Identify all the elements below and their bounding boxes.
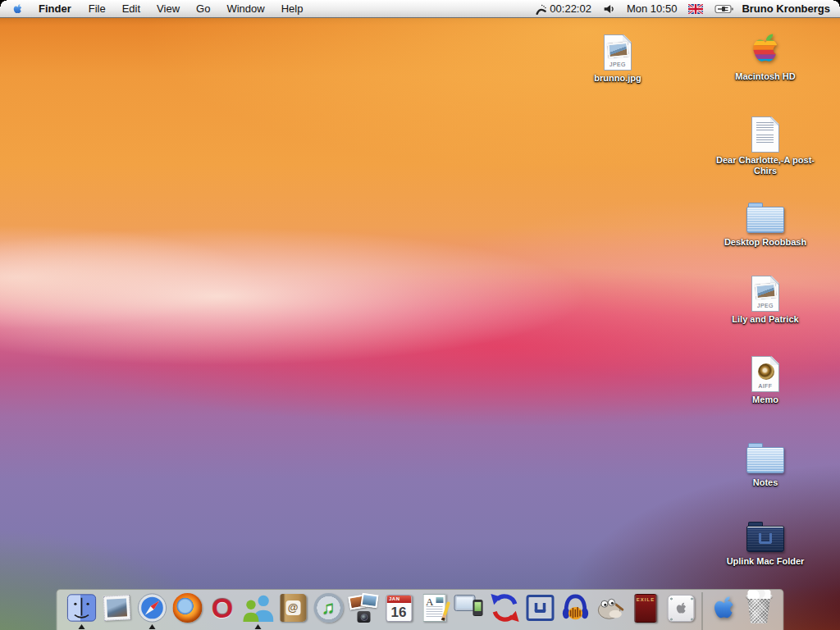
dock-exile-icon[interactable]: EXILE bbox=[628, 591, 664, 630]
icon-label: Memo bbox=[752, 395, 778, 405]
desktop-icon-notes[interactable]: Notes bbox=[715, 434, 815, 488]
dock-trash-icon[interactable] bbox=[742, 591, 777, 630]
ical-month: JAN bbox=[386, 596, 411, 603]
uplink-folder-icon bbox=[746, 526, 784, 552]
folder-icon bbox=[746, 447, 784, 473]
jpeg-file-icon: JPEG bbox=[751, 276, 779, 312]
desktop-icon-desktop-roobbash[interactable]: Desktop Roobbash bbox=[715, 194, 815, 248]
icon-label: Dear Charlotte,-A post-Chirs bbox=[715, 155, 815, 176]
running-indicator bbox=[148, 624, 155, 629]
dock-firefox-icon[interactable] bbox=[170, 591, 205, 630]
menu-edit[interactable]: Edit bbox=[114, 0, 148, 17]
dock-blue-apple-document-icon[interactable] bbox=[706, 591, 742, 630]
dock-separator bbox=[702, 592, 703, 630]
user-menu[interactable]: Bruno Kronbergs bbox=[742, 2, 833, 15]
running-indicator bbox=[254, 624, 261, 629]
icon-label: Lily and Patrick bbox=[732, 314, 798, 325]
battery-menu[interactable] bbox=[710, 3, 738, 15]
phone-icon bbox=[534, 3, 546, 15]
menu-bar: Finder File Edit View Go Window Help 00:… bbox=[0, 0, 840, 18]
folder-icon bbox=[746, 207, 784, 233]
rainbow-apple-icon bbox=[746, 28, 784, 69]
icon-label: brunno.jpg bbox=[594, 73, 641, 84]
volume-icon bbox=[603, 3, 615, 15]
apple-logo-icon bbox=[11, 2, 24, 16]
menu-window[interactable]: Window bbox=[218, 0, 272, 17]
dock-safari-icon[interactable] bbox=[135, 591, 170, 630]
menu-file[interactable]: File bbox=[80, 0, 114, 17]
jpeg-file-icon: JPEG bbox=[604, 34, 632, 71]
text-document-icon bbox=[751, 116, 779, 153]
menu-view[interactable]: View bbox=[148, 0, 188, 17]
clock-menu[interactable]: Mon 10:50 bbox=[623, 0, 681, 17]
dock: O @ ♫ JAN 16 bbox=[57, 589, 784, 630]
dock-gimp-icon[interactable] bbox=[593, 591, 628, 630]
icon-label: Macintosh HD bbox=[735, 71, 795, 82]
desktop-icon-dear-charlotte[interactable]: Dear Charlotte,-A post-Chirs bbox=[715, 112, 815, 176]
dock-iphoto-icon[interactable] bbox=[346, 591, 381, 630]
dock-opera-icon[interactable]: O bbox=[205, 591, 240, 630]
icon-label: Desktop Roobbash bbox=[724, 237, 806, 248]
dock-audacity-icon[interactable] bbox=[558, 591, 593, 630]
menu-finder[interactable]: Finder bbox=[31, 0, 80, 17]
dock-finder-icon[interactable] bbox=[64, 591, 99, 630]
dock-itunes-icon[interactable]: ♫ bbox=[311, 591, 346, 630]
battery-charging-icon bbox=[714, 3, 734, 15]
desktop-icon-brunno-jpg[interactable]: JPEG brunno.jpg bbox=[568, 30, 668, 84]
dock-ical-icon[interactable]: JAN 16 bbox=[381, 591, 417, 630]
call-timer: 00:22:02 bbox=[550, 0, 591, 17]
aiff-audio-icon: AIFF bbox=[751, 356, 779, 392]
desktop-icon-uplink-mac-folder[interactable]: Uplink Mac Folder bbox=[715, 513, 815, 567]
desktop-icon-lily-and-patrick[interactable]: JPEG Lily and Patrick bbox=[715, 271, 815, 325]
icon-label: Notes bbox=[753, 477, 778, 488]
dock-mail-icon[interactable] bbox=[99, 591, 135, 630]
screen-corner bbox=[0, 0, 7, 7]
screen-corner bbox=[833, 0, 840, 7]
icon-label: Uplink Mac Folder bbox=[727, 556, 805, 567]
menu-clock: Mon 10:50 bbox=[627, 0, 677, 17]
uk-flag-icon bbox=[688, 4, 703, 14]
menu-help[interactable]: Help bbox=[273, 0, 312, 17]
dock-uplink-icon[interactable] bbox=[523, 591, 558, 630]
ical-day: 16 bbox=[386, 603, 411, 622]
dock-msn-messenger-icon[interactable] bbox=[240, 591, 276, 630]
call-status-menu[interactable]: 00:22:02 bbox=[530, 0, 596, 17]
volume-menu[interactable] bbox=[599, 3, 619, 15]
desktop-icon-memo[interactable]: AIFF Memo bbox=[715, 351, 815, 405]
dock-isync-icon[interactable] bbox=[452, 591, 487, 630]
desktop-background[interactable]: { "menu_bar": { "app_menu": "Finder", "m… bbox=[0, 0, 840, 630]
desktop-icon-macintosh-hd[interactable]: Macintosh HD bbox=[715, 28, 815, 82]
menu-go[interactable]: Go bbox=[188, 0, 218, 17]
running-indicator bbox=[78, 624, 84, 629]
input-menu[interactable] bbox=[684, 4, 707, 14]
dock-textedit-icon[interactable]: A bbox=[417, 591, 452, 630]
dock-address-book-icon[interactable]: @ bbox=[276, 591, 311, 630]
dock-sync-utility-icon[interactable] bbox=[487, 591, 523, 630]
dock-apple-panel-icon[interactable] bbox=[664, 591, 699, 630]
